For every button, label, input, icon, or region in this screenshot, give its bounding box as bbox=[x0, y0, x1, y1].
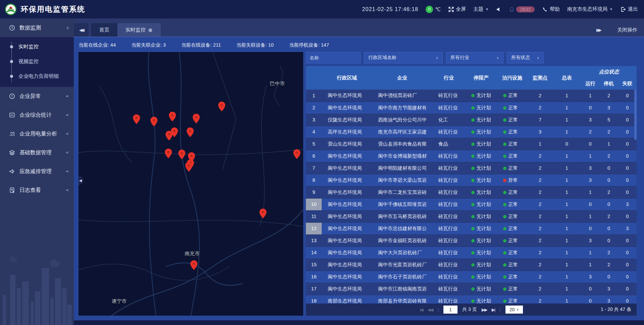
table-row[interactable]: 8阆中生态环境局阆中市枣碧大梁山页岩砖瓦行业无计划异常21300 bbox=[306, 174, 637, 186]
sidebar-item-base-data[interactable]: 基础数据管理∨ bbox=[0, 143, 74, 162]
tab-realtime-monitor[interactable]: 实时监控 ⊗ bbox=[117, 23, 161, 37]
cell-halt: 1 bbox=[599, 138, 618, 150]
table-row[interactable]: 2阆中生态环境局阆中市南方节能建材有砖瓦行业无计划正常21030 bbox=[306, 102, 637, 114]
status-dot-icon bbox=[471, 167, 475, 170]
fullscreen-button[interactable]: 全屏 bbox=[448, 6, 466, 12]
map-pin-icon[interactable] bbox=[133, 114, 140, 124]
tab-home[interactable]: 首页 bbox=[91, 23, 117, 37]
table-scrollbar[interactable] bbox=[634, 90, 637, 140]
sidebar-subitem-power-load-detail[interactable]: 企业电力负荷明细 bbox=[0, 69, 74, 84]
sidebar-subitem-label: 企业电力负荷明细 bbox=[18, 73, 59, 79]
table-row[interactable]: 18南部生态环境局南部县升华页岩砖有限砖瓦行业无计划正常21030 bbox=[306, 295, 637, 304]
table-row[interactable]: 3仪陇生态环境局西南油气田分公司川中化工无计划正常71350 bbox=[306, 114, 637, 126]
cell-meters: 1 bbox=[553, 90, 581, 102]
map-pin-icon[interactable] bbox=[165, 149, 172, 159]
tabs-scroll-left-button[interactable]: ◀◀ bbox=[74, 23, 89, 37]
logout-button[interactable]: 退出 bbox=[620, 6, 638, 12]
next-page-button[interactable]: ▶▶ bbox=[482, 307, 487, 312]
close-operations-button[interactable]: 关闭操作 bbox=[617, 27, 637, 33]
map-pin-icon[interactable] bbox=[185, 162, 193, 172]
sidebar-item-emergency-reduction[interactable]: 应急减排管理∨ bbox=[0, 162, 74, 181]
chevron-down-icon: ∨ bbox=[66, 25, 69, 30]
cell-seq: 15 bbox=[306, 259, 322, 271]
industry-select[interactable]: 所有行业 ∨ bbox=[446, 52, 503, 63]
table-row[interactable]: 10阆中生态环境局阆中千佛镇五郎垭页岩砖瓦行业无计划正常21003 bbox=[306, 198, 637, 210]
map-pin-icon[interactable] bbox=[259, 209, 267, 219]
table-row[interactable]: 14阆中生态环境局阆中大兴页岩机砖厂砖瓦行业无计划正常21120 bbox=[306, 247, 637, 259]
cell-seq: 5 bbox=[306, 138, 322, 150]
sidebar-subitem-video-monitor[interactable]: 视频监控 bbox=[0, 54, 74, 69]
region-select[interactable]: 行政区域名称 ∨ bbox=[364, 52, 443, 63]
prev-page-button[interactable]: ◀◀ bbox=[428, 307, 433, 312]
status-dot-icon bbox=[471, 275, 475, 279]
cell-region: 阆中生态环境局 bbox=[322, 198, 372, 210]
table-row[interactable]: 5营山生态环境局营山县润丰肉食品有限食品无计划正常10010 bbox=[306, 138, 637, 150]
table-row[interactable]: 9阆中生态环境局阆中市二龙长宝页岩砖砖瓦行业无计划正常21120 bbox=[306, 186, 637, 198]
cell-seq: 3 bbox=[306, 114, 322, 126]
sidebar-subitem-realtime-monitor[interactable]: 实时监控 bbox=[0, 39, 74, 54]
table-row[interactable]: 4高坪生态环境局南充市高坪区王家店建砖瓦行业无计划正常31220 bbox=[306, 126, 637, 138]
status-dot-icon bbox=[503, 263, 506, 267]
cell-meters: 1 bbox=[553, 198, 581, 210]
cell-facility-status: 正常 bbox=[497, 114, 528, 126]
map-pin-icon[interactable] bbox=[169, 112, 176, 122]
tab-bar: ◀◀ 首页 实时监控 ⊗ ▶▶ 关闭操作 bbox=[74, 18, 644, 37]
mute-button[interactable] bbox=[496, 6, 502, 12]
sidebar-item-company-stats[interactable]: 企业综合统计∨ bbox=[0, 106, 74, 124]
prev-page-icon: ◀◀ bbox=[428, 307, 433, 312]
page-number-input[interactable]: 1 bbox=[443, 306, 458, 314]
cell-company: 阆中市枣碧大梁山页岩 bbox=[372, 174, 432, 186]
cell-halt: 3 bbox=[599, 102, 618, 114]
tab-close-icon[interactable]: ⊗ bbox=[148, 28, 153, 33]
table-row[interactable]: 16阆中生态环境局阆中市石子页岩机砖厂砖瓦行业无计划正常21300 bbox=[306, 271, 637, 283]
table-row[interactable]: 1阆中生态环境局阆中强锐页岩砖厂砖瓦行业无计划正常21120 bbox=[306, 90, 637, 102]
table-row[interactable]: 12阆中生态环境局阆中市忠信建材有限公砖瓦行业无计划正常21003 bbox=[306, 222, 637, 234]
help-button[interactable]: 帮助 bbox=[542, 6, 560, 12]
map-pin-icon[interactable] bbox=[218, 102, 225, 112]
map-city-label: 巴中市 bbox=[270, 80, 285, 87]
name-search-input[interactable] bbox=[306, 52, 361, 63]
table-row[interactable]: 6阆中生态环境局阆中市金博瑞新型墙材砖瓦行业无计划正常21120 bbox=[306, 150, 637, 162]
status-select[interactable]: 所有状态 ∨ bbox=[507, 52, 544, 63]
first-page-button[interactable]: |◀ bbox=[420, 307, 423, 312]
sidebar-item-company-abnormal[interactable]: 企业异常∨ bbox=[0, 87, 74, 106]
cell-region: 阆中生态环境局 bbox=[322, 234, 372, 247]
map-pin-icon[interactable] bbox=[193, 114, 200, 124]
table-row[interactable]: 15阆中生态环境局阆中市光富页岩机砖厂砖瓦行业无计划正常21120 bbox=[306, 259, 637, 271]
table-body[interactable]: 1阆中生态环境局阆中强锐页岩砖厂砖瓦行业无计划正常211202阆中生态环境局阆中… bbox=[306, 90, 637, 304]
map-panel[interactable]: 巴中市南充市遂宁市 ◀ bbox=[78, 52, 303, 316]
tabs-scroll-right-button[interactable]: ▶▶ bbox=[591, 23, 606, 37]
map-pin-icon[interactable] bbox=[186, 127, 194, 138]
sidebar-item-label: 数据监测 bbox=[19, 24, 41, 32]
app-root: 环保用电监管系统 2021-02-25 17:46:18 0 ℃ 全屏 主题 ▼ bbox=[0, 0, 644, 325]
org-dropdown[interactable]: 南充市生态环境局 ▼ bbox=[567, 6, 613, 12]
table-row[interactable]: 7阆中生态环境局阆中明阳建材有限公司砖瓦行业无计划正常21300 bbox=[306, 162, 637, 174]
last-page-button[interactable]: ▶| bbox=[492, 307, 495, 312]
table-row[interactable]: 11阆中生态环境局阆中市五马桥页岩机砖砖瓦行业无计划正常21120 bbox=[306, 210, 637, 222]
sidebar-item-power-analysis[interactable]: 企业用电量分析∨ bbox=[0, 124, 74, 143]
cell-seq: 6 bbox=[306, 150, 322, 162]
map-city-label: 南充市 bbox=[185, 251, 200, 257]
map-pin-icon[interactable] bbox=[171, 127, 178, 138]
fullscreen-icon bbox=[448, 6, 454, 12]
cell-meters: 1 bbox=[553, 126, 581, 138]
table-row[interactable]: 13阆中生态环境局阆中市金福旺页岩机砖砖瓦行业无计划正常21300 bbox=[306, 234, 637, 247]
page-size-select[interactable]: 20 ∨ bbox=[505, 306, 523, 314]
sidebar-item-data-monitor[interactable]: 数据监测∨ bbox=[0, 18, 74, 37]
notification-area[interactable]: 2632 bbox=[509, 6, 535, 12]
cell-lost: 0 bbox=[618, 186, 637, 198]
status-dot-icon bbox=[471, 227, 475, 230]
map-pin-icon[interactable] bbox=[293, 149, 301, 159]
cell-seq: 16 bbox=[306, 271, 322, 283]
sidebar-item-log-view[interactable]: 日志查看∨ bbox=[0, 181, 74, 200]
table-row[interactable]: 17阆中生态环境局阆中市江南镇阆南页岩砖瓦行业无计划正常21030 bbox=[306, 283, 637, 295]
map-pin-icon[interactable] bbox=[190, 260, 198, 270]
map-pin-icon[interactable] bbox=[150, 117, 158, 127]
cell-region: 阆中生态环境局 bbox=[322, 259, 372, 271]
theme-dropdown[interactable]: 主题 ▼ bbox=[473, 6, 489, 12]
cell-run: 3 bbox=[581, 234, 599, 247]
cell-meters: 1 bbox=[553, 162, 581, 174]
cell-industry: 砖瓦行业 bbox=[432, 234, 466, 247]
map-pin-icon[interactable] bbox=[178, 150, 185, 160]
cell-lost: 0 bbox=[618, 126, 637, 138]
